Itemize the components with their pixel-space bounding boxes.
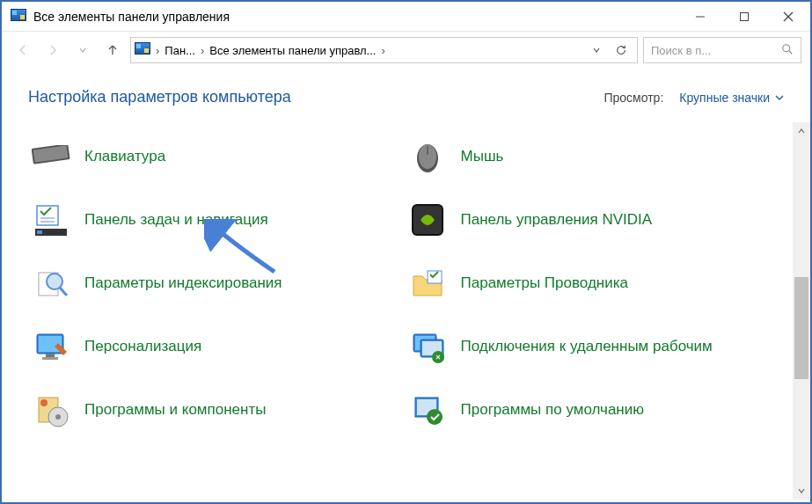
cp-item-label: Подключения к удаленным рабочим	[461, 337, 713, 355]
app-icon	[11, 9, 26, 25]
search-box[interactable]	[643, 37, 801, 63]
svg-rect-15	[37, 230, 42, 234]
cp-item-label: Панель задач и навигация	[84, 210, 268, 229]
back-button[interactable]	[11, 38, 35, 62]
cp-item-remote[interactable]: Подключения к удаленным рабочим	[408, 321, 767, 372]
scroll-up-button[interactable]	[793, 122, 810, 140]
cp-item-label: Персонализация	[84, 337, 201, 355]
cp-item-label: Панель управления NVIDIA	[461, 210, 653, 229]
view-selector[interactable]: Крупные значки	[679, 91, 784, 105]
address-icon	[135, 42, 150, 58]
scroll-track[interactable]	[793, 140, 810, 482]
scroll-down-button[interactable]	[793, 482, 810, 500]
window-controls	[678, 2, 810, 32]
cp-item-folder-options[interactable]: Параметры Проводника	[408, 258, 767, 309]
navigation-bar: › Пан... › Все элементы панели управл...…	[2, 32, 810, 69]
cp-item-label: Программы и компоненты	[84, 400, 266, 419]
svg-rect-25	[42, 357, 58, 360]
cp-item-personalization[interactable]: Персонализация	[32, 321, 391, 372]
breadcrumb-item[interactable]: Пан...	[165, 44, 195, 57]
breadcrumb-separator-icon: ›	[199, 44, 206, 57]
forward-button[interactable]	[40, 38, 65, 62]
personalization-icon	[32, 327, 70, 366]
items-grid: Клавиатура Мышь Панель задач и навигация…	[2, 122, 810, 444]
svg-rect-11	[37, 206, 58, 225]
svg-point-33	[55, 414, 61, 420]
cp-item-nvidia[interactable]: Панель управления NVIDIA	[408, 194, 767, 245]
cp-item-label: Параметры индексирования	[84, 274, 282, 292]
keyboard-icon	[32, 137, 70, 176]
up-button[interactable]	[100, 38, 125, 62]
svg-line-5	[789, 50, 793, 54]
taskbar-icon	[32, 201, 70, 239]
defaults-icon	[408, 391, 447, 429]
vertical-scrollbar[interactable]	[793, 122, 810, 500]
title-bar: Все элементы панели управления	[2, 2, 810, 32]
content-area: Клавиатура Мышь Панель задач и навигация…	[2, 122, 810, 500]
cp-item-label: Мышь	[461, 147, 504, 165]
address-dropdown[interactable]	[584, 38, 609, 62]
content-header: Настройка параметров компьютера Просмотр…	[2, 69, 810, 122]
scroll-thumb[interactable]	[794, 277, 808, 380]
breadcrumb-item[interactable]: Все элементы панели управл...	[209, 44, 376, 57]
cp-item-label: Клавиатура	[84, 147, 165, 165]
view-value: Крупные значки	[679, 91, 770, 105]
maximize-button[interactable]	[722, 2, 766, 32]
close-button[interactable]	[766, 2, 810, 32]
cp-item-defaults[interactable]: Программы по умолчанию	[408, 384, 767, 435]
cp-item-keyboard[interactable]: Клавиатура	[32, 131, 391, 182]
cp-item-programs[interactable]: Программы и компоненты	[32, 384, 391, 435]
folder-options-icon	[408, 264, 447, 303]
mouse-icon	[408, 137, 447, 176]
breadcrumb-separator-icon: ›	[379, 44, 386, 57]
svg-rect-21	[428, 271, 442, 283]
svg-point-37	[427, 409, 443, 425]
cp-item-taskbar[interactable]: Панель задач и навигация	[32, 194, 391, 245]
minimize-button[interactable]	[678, 2, 722, 32]
remote-icon	[408, 327, 447, 366]
svg-rect-24	[46, 354, 55, 357]
cp-item-label: Параметры Проводника	[461, 274, 628, 292]
search-icon[interactable]	[781, 43, 794, 58]
svg-rect-1	[741, 12, 749, 20]
breadcrumb-separator-icon: ›	[154, 44, 161, 57]
address-bar[interactable]: › Пан... › Все элементы панели управл...…	[130, 37, 638, 63]
chevron-down-icon	[775, 93, 784, 102]
cp-item-indexing[interactable]: Параметры индексирования	[32, 258, 391, 309]
svg-line-20	[60, 288, 67, 296]
svg-point-34	[40, 399, 48, 406]
cp-item-mouse[interactable]: Мышь	[408, 131, 767, 182]
svg-point-4	[783, 44, 790, 51]
nvidia-icon	[408, 201, 447, 239]
window-title: Все элементы панели управления	[33, 10, 678, 24]
page-title: Настройка параметров компьютера	[28, 88, 291, 106]
cp-item-label: Программы по умолчанию	[461, 400, 645, 419]
svg-point-19	[47, 274, 62, 289]
refresh-button[interactable]	[609, 38, 633, 62]
programs-icon	[32, 391, 70, 429]
indexing-icon	[32, 264, 70, 303]
history-dropdown[interactable]	[70, 38, 95, 62]
view-label: Просмотр:	[604, 91, 663, 105]
search-input[interactable]	[651, 44, 776, 57]
